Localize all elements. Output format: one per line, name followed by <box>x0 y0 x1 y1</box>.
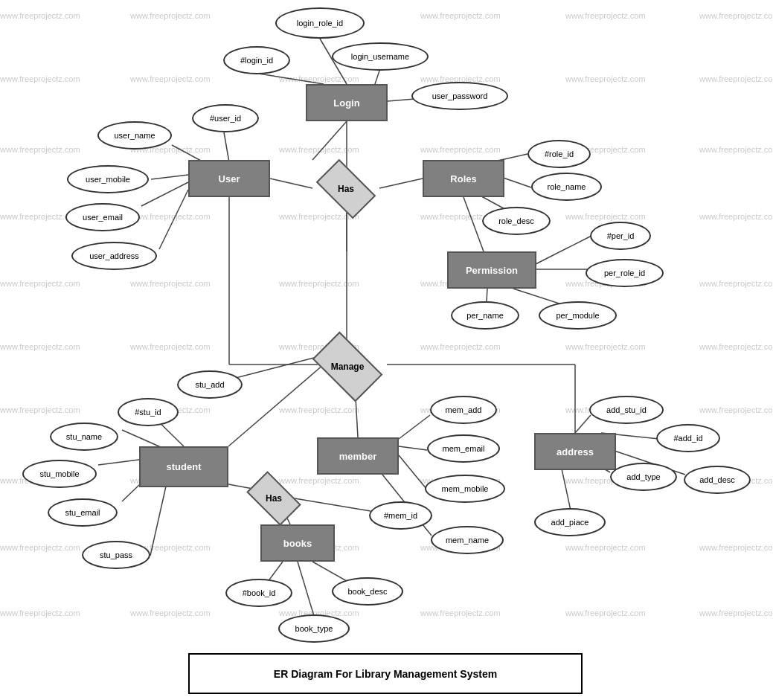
attr-login-id-label: #login_id <box>240 56 273 65</box>
svg-line-26 <box>228 365 324 446</box>
svg-line-20 <box>487 289 487 301</box>
attr-role-desc-label: role_desc <box>498 216 534 225</box>
attr-user-id: #user_id <box>192 104 259 132</box>
watermark: www.freeprojectz.com <box>279 279 359 288</box>
entity-address-label: address <box>557 446 594 457</box>
attr-mem-add-label: mem_add <box>446 405 482 414</box>
attr-role-id: #role_id <box>527 140 591 168</box>
svg-line-9 <box>141 182 188 206</box>
watermark: www.freeprojectz.com <box>130 11 211 20</box>
watermark: www.freeprojectz.com <box>0 342 80 351</box>
watermark: www.freeprojectz.com <box>130 279 211 288</box>
watermark: www.freeprojectz.com <box>130 342 211 351</box>
caption-box: ER Diagram For Library Management System <box>188 653 583 694</box>
entity-student-label: student <box>167 461 202 472</box>
relationship-has2: Has <box>244 480 304 517</box>
svg-line-10 <box>159 190 188 249</box>
watermark: www.freeprojectz.com <box>699 609 773 617</box>
svg-line-4 <box>312 121 347 160</box>
attr-stu-pass-label: stu_pass <box>100 550 132 559</box>
relationship-manage: Manage <box>310 344 385 389</box>
attr-mem-name-label: mem_name <box>446 536 489 545</box>
attr-user-email-label: user_email <box>83 213 123 222</box>
attr-user-address-label: user_address <box>89 251 139 260</box>
svg-line-40 <box>399 455 426 489</box>
attr-stu-id-label: #stu_id <box>135 408 161 417</box>
watermark: www.freeprojectz.com <box>565 543 646 552</box>
attr-per-role-id-label: per_role_id <box>604 269 645 277</box>
svg-line-37 <box>295 498 371 511</box>
attr-login-role-id: login_role_id <box>275 7 365 39</box>
watermark: www.freeprojectz.com <box>420 342 501 351</box>
attr-mem-id: #mem_id <box>369 501 432 530</box>
watermark: www.freeprojectz.com <box>565 11 646 20</box>
attr-user-password-label: user_password <box>432 91 488 100</box>
attr-book-desc-label: book_desc <box>347 587 387 596</box>
watermark: www.freeprojectz.com <box>130 609 211 617</box>
attr-add-type: add_type <box>610 463 677 491</box>
svg-line-11 <box>270 179 312 188</box>
relationship-has1: Has <box>312 168 379 209</box>
svg-line-39 <box>399 446 427 450</box>
attr-mem-name: mem_name <box>431 526 504 554</box>
entity-books: books <box>260 524 335 562</box>
attr-stu-mobile-label: stu_mobile <box>39 469 79 478</box>
entity-student: student <box>139 446 228 487</box>
watermark: www.freeprojectz.com <box>0 609 80 617</box>
svg-line-6 <box>224 132 229 162</box>
watermark: www.freeprojectz.com <box>420 609 501 617</box>
entity-member: member <box>317 437 399 475</box>
attr-role-name-label: role_name <box>548 182 586 191</box>
attr-add-stu-id: add_stu_id <box>589 396 664 424</box>
attr-stu-name: stu_name <box>50 423 118 451</box>
attr-per-module: per_module <box>539 301 617 330</box>
attr-mem-email-label: mem_email <box>443 444 485 453</box>
svg-line-1 <box>259 74 324 84</box>
attr-per-id: #per_id <box>590 222 651 250</box>
relationship-has2-label: Has <box>266 493 282 504</box>
entity-user-label: User <box>219 173 240 184</box>
attr-mem-mobile-label: mem_mobile <box>442 484 489 493</box>
watermark: www.freeprojectz.com <box>0 145 80 154</box>
attr-user-address: user_address <box>71 242 157 270</box>
attr-user-id-label: #user_id <box>210 114 241 123</box>
attr-stu-mobile: stu_mobile <box>22 460 97 488</box>
relationship-manage-label: Manage <box>331 362 365 372</box>
diagram-container: www.freeprojectz.com www.freeprojectz.co… <box>0 0 773 700</box>
attr-add-stu-id-label: add_stu_id <box>606 405 647 414</box>
watermark: www.freeprojectz.com <box>699 145 773 154</box>
watermark: www.freeprojectz.com <box>699 74 773 83</box>
entity-login-label: Login <box>333 97 359 109</box>
svg-line-42 <box>575 415 591 433</box>
watermark: www.freeprojectz.com <box>0 74 80 83</box>
entity-login: Login <box>306 84 388 121</box>
attr-add-place: add_piace <box>534 508 606 536</box>
attr-add-id: #add_id <box>656 424 720 452</box>
attr-role-id-label: #role_id <box>545 150 574 158</box>
watermark: www.freeprojectz.com <box>0 543 80 552</box>
attr-user-name: user_name <box>97 121 172 150</box>
attr-per-id-label: #per_id <box>607 231 635 240</box>
attr-login-username: login_username <box>332 42 429 71</box>
entity-permission-label: Permission <box>466 265 518 276</box>
svg-line-12 <box>379 179 423 188</box>
attr-per-name: per_name <box>451 301 519 330</box>
attr-role-name: role_name <box>531 173 602 201</box>
attr-stu-id: #stu_id <box>118 398 179 426</box>
watermark: www.freeprojectz.com <box>565 74 646 83</box>
entity-roles-label: Roles <box>450 173 476 184</box>
watermark: www.freeprojectz.com <box>699 405 773 414</box>
attr-mem-add: mem_add <box>430 396 497 424</box>
entity-permission: Permission <box>447 251 536 289</box>
watermark: www.freeprojectz.com <box>0 11 80 20</box>
entity-user: User <box>188 160 270 197</box>
attr-user-email: user_email <box>65 203 140 231</box>
attr-stu-email-label: stu_email <box>65 508 100 517</box>
attr-user-mobile: user_mobile <box>67 165 149 193</box>
watermark: www.freeprojectz.com <box>0 279 80 288</box>
entity-member-label: member <box>339 451 377 462</box>
watermark: www.freeprojectz.com <box>279 74 359 83</box>
relationship-has1-label: Has <box>338 184 354 194</box>
entity-address: address <box>534 433 616 470</box>
svg-line-17 <box>464 197 484 251</box>
